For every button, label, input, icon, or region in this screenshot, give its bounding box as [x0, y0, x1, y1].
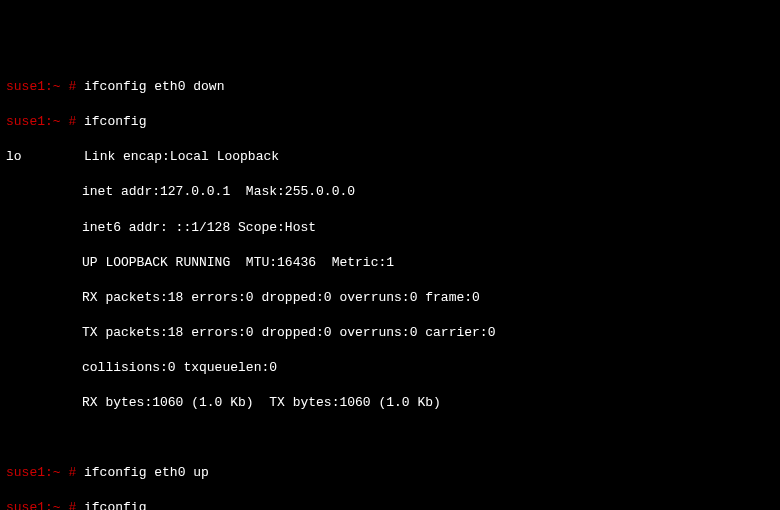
- iface-line: RX bytes:1060 (1.0 Kb) TX bytes:1060 (1.…: [6, 394, 774, 412]
- prompt-line[interactable]: suse1:~ # ifconfig eth0 up: [6, 464, 774, 482]
- prompt-line[interactable]: suse1:~ # ifconfig eth0 down: [6, 78, 774, 96]
- prompt-host: suse1:~ #: [6, 465, 76, 480]
- iface-line: UP LOOPBACK RUNNING MTU:16436 Metric:1: [6, 254, 774, 272]
- command-text: ifconfig: [76, 500, 146, 510]
- prompt-host: suse1:~ #: [6, 79, 76, 94]
- iface-header: lo Link encap:Local Loopback: [6, 148, 774, 166]
- iface-line: inet6 addr: ::1/128 Scope:Host: [6, 219, 774, 237]
- prompt-line[interactable]: suse1:~ # ifconfig: [6, 499, 774, 510]
- iface-line: collisions:0 txqueuelen:0: [6, 359, 774, 377]
- command-text: ifconfig eth0 down: [76, 79, 224, 94]
- command-text: ifconfig: [76, 114, 146, 129]
- iface-line: inet addr:127.0.0.1 Mask:255.0.0.0: [6, 183, 774, 201]
- prompt-host: suse1:~ #: [6, 500, 76, 510]
- prompt-line[interactable]: suse1:~ # ifconfig: [6, 113, 774, 131]
- iface-line: RX packets:18 errors:0 dropped:0 overrun…: [6, 289, 774, 307]
- prompt-host: suse1:~ #: [6, 114, 76, 129]
- iface-line: TX packets:18 errors:0 dropped:0 overrun…: [6, 324, 774, 342]
- iface-name: lo: [6, 149, 22, 164]
- iface-line: Link encap:Local Loopback: [84, 149, 279, 164]
- blank-line: [6, 429, 774, 447]
- command-text: ifconfig eth0 up: [76, 465, 209, 480]
